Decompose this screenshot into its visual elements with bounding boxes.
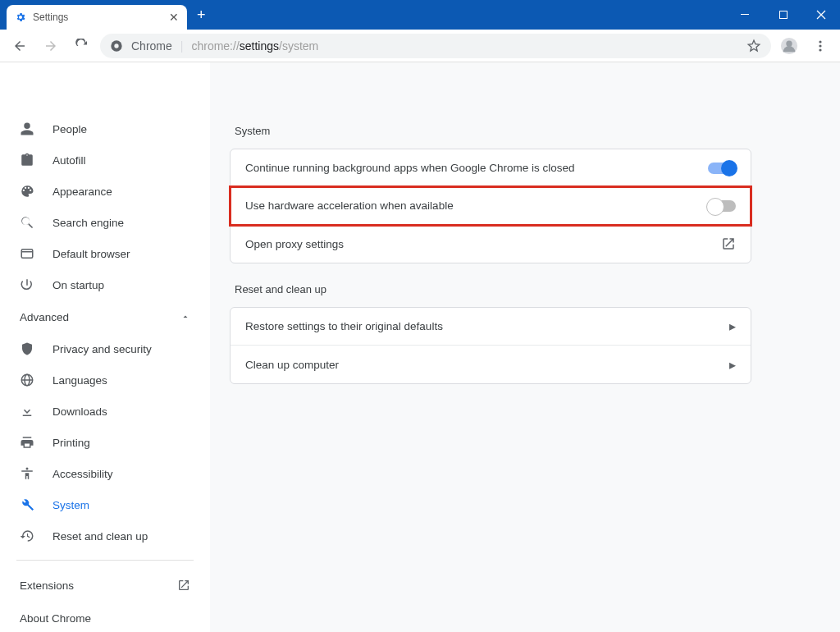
accessibility-icon [20, 466, 34, 481]
window-controls [727, 0, 840, 30]
close-window-button[interactable] [802, 0, 840, 30]
new-tab-button[interactable]: + [187, 7, 216, 24]
wrench-icon [20, 497, 34, 512]
profile-avatar[interactable] [776, 33, 802, 59]
close-tab-icon[interactable]: ✕ [169, 11, 179, 24]
browser-tab[interactable]: Settings ✕ [7, 5, 187, 30]
open-external-icon [177, 579, 190, 592]
sidebar-item-downloads[interactable]: Downloads [0, 396, 210, 427]
toggle-background-apps[interactable] [708, 163, 736, 174]
chevron-up-icon [180, 312, 190, 322]
omnibox-chrome-label: Chrome [131, 39, 172, 53]
restore-icon [20, 529, 34, 543]
download-icon [20, 404, 34, 419]
svg-rect-0 [741, 14, 749, 15]
person-icon [20, 121, 34, 136]
section-title-reset: Reset and clean up [235, 283, 751, 295]
sidebar-item-extensions[interactable]: Extensions [0, 569, 210, 602]
sidebar-item-search-engine[interactable]: Search engine [0, 207, 210, 238]
row-proxy-settings[interactable]: Open proxy settings [231, 225, 751, 263]
sidebar-item-reset[interactable]: Reset and clean up [0, 520, 210, 552]
settings-content: System Continue running background apps … [210, 62, 840, 632]
svg-rect-11 [21, 250, 33, 259]
system-card: Continue running background apps when Go… [230, 149, 751, 263]
address-bar[interactable]: Chrome | chrome://settings/system [100, 34, 771, 58]
section-title-system: System [235, 125, 751, 137]
sidebar-item-people[interactable]: People [0, 113, 210, 144]
palette-icon [20, 184, 34, 199]
shield-icon [20, 341, 34, 356]
power-icon [20, 277, 34, 292]
sidebar-item-on-startup[interactable]: On startup [0, 269, 210, 300]
menu-button[interactable] [807, 33, 833, 59]
sidebar-advanced-toggle[interactable]: Advanced [0, 300, 210, 333]
forward-button[interactable] [38, 33, 64, 59]
chevron-right-icon: ▸ [729, 318, 736, 334]
printer-icon [20, 435, 34, 450]
svg-point-8 [819, 40, 821, 43]
svg-point-5 [114, 44, 118, 48]
row-background-apps[interactable]: Continue running background apps when Go… [231, 149, 751, 187]
sidebar-item-system[interactable]: System [0, 489, 210, 520]
omnibox-url: chrome://settings/system [191, 39, 318, 53]
back-button[interactable] [7, 33, 33, 59]
sidebar-divider [16, 560, 194, 561]
svg-point-7 [786, 40, 792, 46]
window-titlebar: Settings ✕ + [0, 0, 840, 30]
toolbar: Chrome | chrome://settings/system [0, 30, 840, 62]
search-icon [20, 215, 34, 230]
gear-icon [15, 11, 26, 23]
chrome-icon [110, 39, 123, 53]
reload-button[interactable] [69, 33, 95, 59]
svg-point-10 [819, 48, 821, 51]
row-clean-up[interactable]: Clean up computer ▸ [231, 346, 751, 383]
reset-card: Restore settings to their original defau… [230, 307, 751, 384]
chevron-right-icon: ▸ [729, 357, 736, 373]
svg-point-9 [819, 44, 821, 47]
clipboard-icon [20, 153, 34, 167]
svg-rect-1 [779, 11, 787, 18]
sidebar-item-about[interactable]: About Chrome [0, 602, 210, 632]
row-restore-defaults[interactable]: Restore settings to their original defau… [231, 308, 751, 346]
sidebar-item-appearance[interactable]: Appearance [0, 176, 210, 207]
svg-point-16 [26, 468, 29, 470]
browser-icon [20, 246, 34, 261]
sidebar-item-languages[interactable]: Languages [0, 364, 210, 396]
sidebar-item-privacy[interactable]: Privacy and security [0, 333, 210, 364]
maximize-button[interactable] [765, 0, 802, 30]
bookmark-star-icon[interactable] [746, 39, 761, 53]
minimize-button[interactable] [727, 0, 765, 30]
sidebar-item-autofill[interactable]: Autofill [0, 144, 210, 176]
sidebar-item-accessibility[interactable]: Accessibility [0, 458, 210, 489]
sidebar-item-printing[interactable]: Printing [0, 427, 210, 458]
globe-icon [20, 373, 34, 387]
tab-title: Settings [33, 11, 68, 23]
settings-sidebar: People Autofill Appearance Search engine… [0, 62, 210, 632]
toggle-hardware-acceleration[interactable] [708, 200, 736, 212]
row-hardware-acceleration[interactable]: Use hardware acceleration when available [231, 187, 751, 225]
sidebar-item-default-browser[interactable]: Default browser [0, 238, 210, 269]
open-external-icon [721, 236, 736, 251]
